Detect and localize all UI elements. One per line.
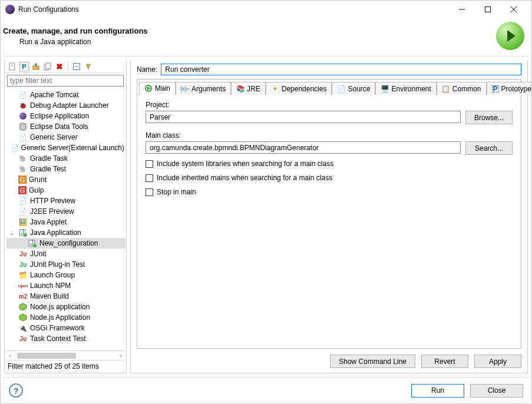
tree-label: Gulp xyxy=(29,186,44,194)
mainclass-input[interactable] xyxy=(146,141,461,154)
tab-dependencies[interactable]: ✦Dependencies xyxy=(266,82,332,95)
tab-main[interactable]: Main xyxy=(139,82,176,95)
minimize-button[interactable] xyxy=(449,1,475,18)
tree-item-new-configuration[interactable]: JNew_configuration xyxy=(6,238,125,249)
server-icon: 📄 xyxy=(18,90,28,100)
scrollbar-thumb[interactable] xyxy=(17,353,76,359)
checkbox-label: Stop in main xyxy=(157,188,196,196)
filter-match-count: Filter matched 25 of 25 items xyxy=(5,360,125,372)
config-tree[interactable]: 📄Apache Tomcat 🐞Debug Adapter Launcher E… xyxy=(5,88,125,350)
project-label: Project: xyxy=(146,101,513,109)
tree-item-nodejs-app-lc[interactable]: Node.js application xyxy=(6,302,125,312)
duplicate-icon[interactable] xyxy=(43,62,52,71)
tree-item-j2ee-preview[interactable]: 📄J2EE Preview xyxy=(6,206,125,217)
tree-label: OSGi Framework xyxy=(30,324,85,332)
tab-environment[interactable]: 🖥️Environment xyxy=(375,82,436,95)
tab-jre[interactable]: 📚JRE xyxy=(231,82,266,95)
tab-label: Arguments xyxy=(191,85,226,93)
tab-prototype[interactable]: PPrototype xyxy=(487,82,532,95)
gradle-icon: 🐘 xyxy=(18,154,28,163)
window-title: Run Configurations xyxy=(18,5,449,14)
common-tab-icon: 📋 xyxy=(442,85,450,93)
nodejs-icon xyxy=(18,313,28,322)
tree-item-gulp[interactable]: GGulp xyxy=(6,185,125,196)
tree-label: Eclipse Data Tools xyxy=(30,122,88,131)
tree-item-apache-tomcat[interactable]: 📄Apache Tomcat xyxy=(6,90,125,100)
eclipse-icon xyxy=(18,111,28,121)
server-icon: 📄 xyxy=(11,143,19,153)
tree-label: Generic Server xyxy=(30,133,78,141)
tab-label: JRE xyxy=(247,85,260,93)
tree-item-generic-server-ext[interactable]: 📄Generic Server(External Launch) xyxy=(6,143,125,153)
tree-label: New_configuration xyxy=(39,239,98,247)
toolbar-separator xyxy=(68,62,68,71)
apply-button[interactable]: Apply xyxy=(474,355,521,368)
close-button[interactable]: Close xyxy=(470,384,523,398)
applet-icon: 🖼️ xyxy=(18,217,28,227)
new-config-icon[interactable] xyxy=(8,62,17,71)
tree-item-maven-build[interactable]: m2Maven Build xyxy=(6,291,125,302)
maximize-button[interactable] xyxy=(475,1,501,18)
export-icon[interactable] xyxy=(31,62,41,71)
tree-horizontal-scrollbar[interactable]: ‹ › xyxy=(5,350,125,360)
help-button[interactable]: ? xyxy=(9,383,23,398)
tree-item-osgi[interactable]: 🔌OSGi Framework xyxy=(6,323,125,333)
tree-label: JUnit Plug-in Test xyxy=(30,260,85,269)
revert-button[interactable]: Revert xyxy=(421,355,468,368)
checkbox-include-syslib[interactable]: Include system libraries when searching … xyxy=(146,158,513,169)
window-titlebar: Run Configurations xyxy=(1,1,531,18)
collapse-all-icon[interactable] xyxy=(72,62,81,71)
svg-marker-20 xyxy=(19,314,27,321)
dialog-header: Create, manage, and run configurations R… xyxy=(1,18,531,56)
tree-item-nodejs-app-uc[interactable]: Node.js Application xyxy=(6,312,125,323)
tree-item-gradle-test[interactable]: 🐘Gradle Test xyxy=(6,164,125,174)
browse-button[interactable]: Browse... xyxy=(465,111,513,124)
tree-item-debug-adapter[interactable]: 🐞Debug Adapter Launcher xyxy=(6,100,125,111)
arguments-tab-icon: (x)= xyxy=(181,85,189,93)
project-input[interactable] xyxy=(146,111,461,123)
npm-icon: npm xyxy=(18,281,28,290)
delete-icon[interactable]: ✖ xyxy=(55,62,64,71)
tree-item-http-preview[interactable]: 📄HTTP Preview xyxy=(6,196,125,206)
tree-item-gradle-task[interactable]: 🐘Gradle Task xyxy=(6,153,125,164)
tree-item-grunt[interactable]: GGrunt xyxy=(6,174,125,185)
search-button[interactable]: Search... xyxy=(465,141,513,155)
tree-label: Debug Adapter Launcher xyxy=(30,101,108,110)
expand-toggle[interactable]: ⌄ xyxy=(8,230,16,236)
name-label: Name: xyxy=(137,65,157,74)
tree-item-generic-server[interactable]: 📄Generic Server xyxy=(6,132,125,143)
tab-common[interactable]: 📋Common xyxy=(437,82,487,95)
tree-item-eclipse-datatools[interactable]: Eclipse Data Tools xyxy=(6,121,125,132)
tree-item-java-application[interactable]: ⌄JJava Application xyxy=(6,227,125,238)
junit-icon: Jᴜ xyxy=(18,249,28,259)
prototype-tab-icon: P xyxy=(492,85,499,92)
config-tree-panel: P ✖ ▾ 📄Apache Tomcat 🐞Debug Adapter Laun… xyxy=(4,60,127,373)
checkbox-stop-in-main[interactable]: Stop in main xyxy=(146,187,513,197)
tree-item-task-context[interactable]: JᴜTask Context Test xyxy=(6,333,125,344)
close-window-button[interactable] xyxy=(501,1,527,18)
tree-item-launch-group[interactable]: 🗂️Launch Group xyxy=(6,270,125,280)
scroll-left-icon[interactable]: ‹ xyxy=(5,352,15,360)
server-icon: 📄 xyxy=(18,207,28,216)
tree-item-eclipse-app[interactable]: Eclipse Application xyxy=(6,111,125,121)
checkbox-include-inherited[interactable]: Include inherited mains when searching f… xyxy=(146,173,513,183)
filter-input[interactable] xyxy=(7,75,124,87)
grunt-icon: G xyxy=(18,175,27,184)
run-button[interactable]: Run xyxy=(411,384,464,398)
tab-arguments[interactable]: (x)=Arguments xyxy=(176,82,231,95)
junit-icon: Jᴜ xyxy=(18,334,28,343)
tree-item-junit[interactable]: JᴜJUnit xyxy=(6,249,125,259)
tree-item-junit-plugin[interactable]: JᴜJUnit Plug-in Test xyxy=(6,259,125,270)
dialog-title: Create, manage, and run configurations xyxy=(3,27,496,35)
name-input[interactable] xyxy=(161,64,521,75)
filter-icon[interactable]: ▾ xyxy=(84,62,93,71)
tree-item-launch-npm[interactable]: npmLaunch NPM xyxy=(6,280,125,291)
show-command-line-button[interactable]: Show Command Line xyxy=(330,355,415,368)
new-prototype-icon[interactable]: P xyxy=(19,62,29,71)
tab-source[interactable]: 📄Source xyxy=(332,82,375,95)
scroll-right-icon[interactable]: › xyxy=(116,352,125,360)
tree-label: Java Applet xyxy=(30,218,67,226)
tree-label: Task Context Test xyxy=(30,335,86,343)
tree-item-java-applet[interactable]: 🖼️Java Applet xyxy=(6,217,125,227)
tree-label: Maven Build xyxy=(30,292,69,300)
